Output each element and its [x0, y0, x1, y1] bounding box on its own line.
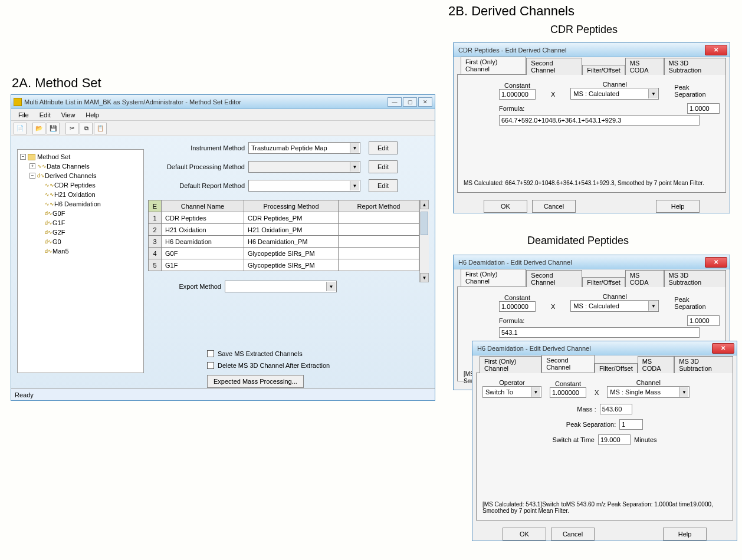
dropdown-arrow-icon[interactable]: ▼	[648, 301, 658, 311]
tree-item[interactable]: d∿G1F	[20, 218, 141, 228]
tree-item[interactable]: d∿G0F	[20, 209, 141, 218]
tree-view[interactable]: −Method Set +∿∿Data Channels −d∿Derived …	[17, 149, 144, 373]
switch-time-input[interactable]: 19.000	[598, 434, 631, 445]
table-scrollbar[interactable]: ▲ ▼	[419, 200, 429, 282]
dropdown-arrow-icon[interactable]: ▼	[679, 387, 688, 397]
cell[interactable]	[339, 224, 419, 236]
peak-sep-input[interactable]: 1.0000	[687, 103, 720, 114]
save-ms-checkbox-row[interactable]: Save MS Extracted Channels	[207, 348, 428, 360]
table-row[interactable]: 2H21 OxidationH21 Oxidation_PM	[149, 224, 419, 236]
tree-root[interactable]: −Method Set	[20, 152, 141, 162]
cell[interactable]	[339, 248, 419, 259]
cancel-button[interactable]: Cancel	[532, 200, 576, 213]
col-channel-name[interactable]: Channel Name	[162, 200, 244, 212]
minimize-button[interactable]: —	[388, 97, 402, 107]
operator-combo[interactable]: Switch To▼	[482, 386, 541, 398]
col-processing-method[interactable]: Processing Method	[244, 200, 339, 212]
help-button[interactable]: Help	[656, 200, 700, 213]
formula-input[interactable]: 664.7+592.0+1048.6+364.1+543.1+929.3	[499, 115, 700, 126]
scroll-down-icon[interactable]: ▼	[420, 273, 429, 282]
scroll-up-icon[interactable]: ▲	[420, 200, 429, 209]
constant-input[interactable]: 1.000000	[499, 301, 536, 312]
tree-item[interactable]: ∿∿H21 Oxidation	[20, 190, 141, 199]
cell[interactable]: H6 Deamidation	[162, 236, 244, 248]
channel-table[interactable]: E Channel Name Processing Method Report …	[148, 200, 419, 271]
cell[interactable]: Glycopeptide SIRs_PM	[244, 248, 339, 259]
tab-second-channel[interactable]: Second Channel	[526, 270, 582, 287]
tree-item[interactable]: ∿∿H6 Deamidation	[20, 199, 141, 209]
expected-mass-button[interactable]: Expected Mass Processing...	[207, 375, 304, 388]
tab-first-channel[interactable]: First (Only) Channel	[461, 57, 526, 74]
cell[interactable]	[339, 259, 419, 271]
tab-first-channel[interactable]: First (Only) Channel	[461, 269, 526, 286]
titlebar[interactable]: H6 Deamidation - Edit Derived Channel ✕	[472, 341, 737, 355]
close-button[interactable]: ✕	[705, 257, 727, 268]
tab-second-channel[interactable]: Second Channel	[541, 355, 595, 373]
titlebar[interactable]: H6 Deamidation - Edit Derived Channel ✕	[454, 255, 730, 269]
close-button[interactable]: ✕	[418, 97, 432, 107]
channel-combo[interactable]: MS : Calculated▼	[570, 300, 659, 312]
channel-combo[interactable]: MS : Single Mass▼	[607, 386, 690, 398]
channel-combo[interactable]: MS : Calculated▼	[570, 88, 659, 100]
ok-button[interactable]: OK	[503, 528, 546, 541]
instrument-method-combo[interactable]: Trastuzumab Peptide Map▼	[248, 142, 360, 154]
tab-ms-3d-subtraction[interactable]: MS 3D Subtraction	[674, 356, 733, 373]
titlebar[interactable]: CDR Peptides - Edit Derived Channel ✕	[454, 43, 730, 57]
dropdown-arrow-icon[interactable]: ▼	[531, 387, 540, 397]
tab-ms-3d-subtraction[interactable]: MS 3D Subtraction	[664, 270, 726, 287]
menu-help[interactable]: Help	[81, 110, 104, 120]
cell[interactable]: H21 Oxidation_PM	[244, 224, 339, 236]
peak-sep-input[interactable]: 1	[619, 419, 643, 430]
cell[interactable]: G1F	[162, 259, 244, 271]
table-row[interactable]: 4G0FGlycopeptide SIRs_PM	[149, 248, 419, 259]
tab-ms-coda[interactable]: MS CODA	[625, 270, 664, 287]
checkbox-icon[interactable]	[207, 362, 214, 369]
menu-file[interactable]: File	[14, 110, 34, 120]
toolbar-paste-icon[interactable]: 📋	[94, 123, 107, 134]
table-row[interactable]: 1CDR PeptidesCDR Peptides_PM	[149, 212, 419, 224]
cell[interactable]: H6 Deamidation_PM	[244, 236, 339, 248]
close-button[interactable]: ✕	[712, 343, 734, 354]
tree-item[interactable]: d∿G2F	[20, 228, 141, 237]
cell[interactable]	[339, 236, 419, 248]
formula-input[interactable]: 543.1	[499, 327, 700, 338]
dropdown-arrow-icon[interactable]: ▼	[350, 162, 359, 172]
tab-first-channel[interactable]: First (Only) Channel	[480, 356, 541, 373]
table-row[interactable]: 3H6 DeamidationH6 Deamidation_PM	[149, 236, 419, 248]
menu-edit[interactable]: Edit	[35, 110, 55, 120]
cell[interactable]: CDR Peptides	[162, 212, 244, 224]
peak-sep-input[interactable]: 1.0000	[687, 315, 720, 326]
cell[interactable]: Glycopeptide SIRs_PM	[244, 259, 339, 271]
checkbox-icon[interactable]	[207, 350, 214, 357]
tab-ms-coda[interactable]: MS CODA	[625, 58, 664, 75]
ok-button[interactable]: OK	[484, 200, 527, 213]
close-button[interactable]: ✕	[705, 45, 727, 55]
tree-item[interactable]: ∿∿CDR Peptides	[20, 180, 141, 190]
delete-ms-checkbox-row[interactable]: Delete MS 3D Channel After Extraction	[207, 360, 428, 371]
cell[interactable]: CDR Peptides_PM	[244, 212, 339, 224]
tab-filter-offset[interactable]: Filter/Offset	[582, 65, 625, 75]
tree-item[interactable]: d∿G0	[20, 237, 141, 246]
col-report-method[interactable]: Report Method	[339, 200, 419, 212]
maximize-button[interactable]: ▢	[403, 97, 417, 107]
menu-view[interactable]: View	[57, 110, 80, 120]
edit-processing-button[interactable]: Edit	[369, 160, 398, 173]
dropdown-arrow-icon[interactable]: ▼	[350, 181, 359, 190]
cell[interactable]	[339, 212, 419, 224]
toolbar-open-icon[interactable]: 📂	[32, 123, 45, 134]
export-method-combo[interactable]: ▼	[225, 281, 337, 292]
tab-filter-offset[interactable]: Filter/Offset	[582, 277, 625, 287]
edit-instrument-button[interactable]: Edit	[369, 141, 398, 154]
tab-filter-offset[interactable]: Filter/Offset	[595, 363, 638, 373]
scroll-thumb[interactable]	[421, 212, 428, 235]
tab-ms-3d-subtraction[interactable]: MS 3D Subtraction	[664, 58, 726, 75]
tab-ms-coda[interactable]: MS CODA	[638, 356, 675, 373]
dropdown-arrow-icon[interactable]: ▼	[326, 282, 336, 291]
cell[interactable]: H21 Oxidation	[162, 224, 244, 236]
dropdown-arrow-icon[interactable]: ▼	[350, 143, 359, 153]
toolbar-cut-icon[interactable]: ✂	[65, 123, 78, 134]
tree-item[interactable]: d∿Man5	[20, 246, 141, 256]
cell[interactable]: G0F	[162, 248, 244, 259]
tree-data-channels[interactable]: +∿∿Data Channels	[20, 162, 141, 171]
toolbar-copy-icon[interactable]: ⧉	[80, 123, 93, 134]
